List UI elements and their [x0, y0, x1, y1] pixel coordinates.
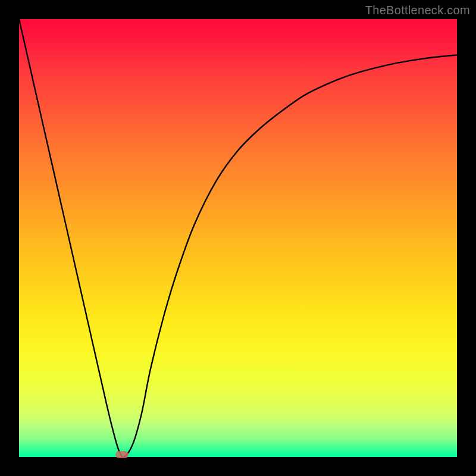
curve-layer [19, 19, 457, 457]
chart-plot-area [19, 19, 457, 457]
optimal-match-marker [115, 451, 129, 458]
watermark-text: TheBottleneck.com [365, 4, 470, 17]
bottleneck-curve [19, 19, 457, 458]
chart-frame: TheBottleneck.com [0, 0, 476, 476]
